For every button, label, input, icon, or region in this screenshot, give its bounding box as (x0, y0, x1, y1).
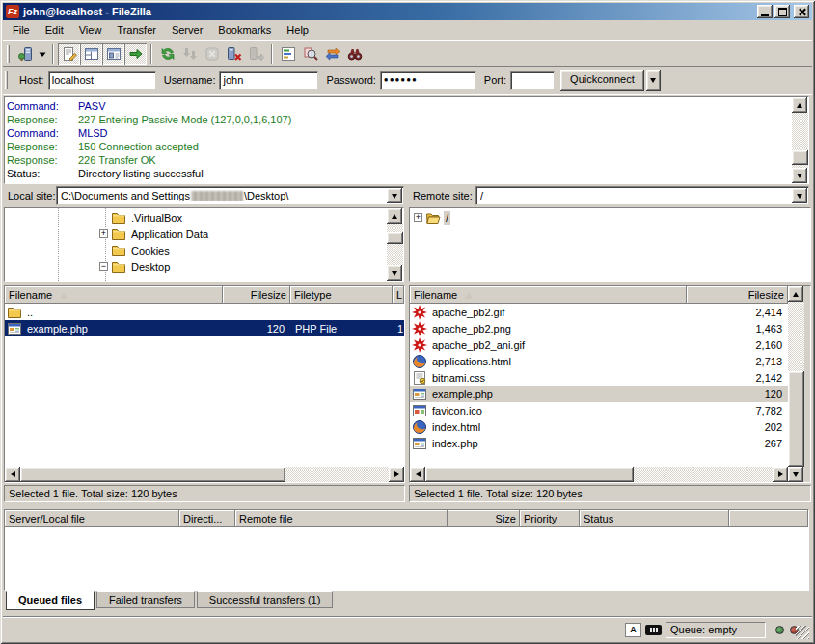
scroll-up-button[interactable] (792, 97, 807, 113)
local-site-dropdown-button[interactable] (387, 188, 402, 203)
directory-comparison-button[interactable] (299, 43, 321, 65)
scroll-left-button[interactable] (5, 467, 20, 482)
scrollbar-track[interactable] (788, 302, 804, 467)
disconnect-button[interactable] (223, 43, 245, 65)
menu-item[interactable]: Bookmarks (210, 21, 279, 39)
scroll-up-button[interactable] (788, 286, 803, 302)
local-site-path[interactable]: C:\Documents and Settings\Desktop\ (61, 190, 384, 201)
column-header[interactable]: Filename (5, 286, 223, 304)
scroll-down-button[interactable] (792, 168, 807, 183)
column-header[interactable]: L (393, 286, 404, 304)
host-input[interactable]: localhost (48, 71, 156, 90)
scrollbar-thumb[interactable] (20, 467, 285, 482)
queue-tab[interactable]: Successful transfers (1) (197, 591, 334, 608)
..[interactable]: .. (5, 304, 404, 320)
synchronized-browsing-button[interactable] (321, 43, 343, 65)
column-header[interactable]: Filesize (223, 286, 290, 304)
queue-column-header[interactable] (729, 510, 808, 527)
password-input[interactable]: ●●●●●● (380, 71, 476, 90)
local-list-hscrollbar[interactable] (5, 467, 404, 482)
scrollbar-track[interactable] (387, 224, 403, 265)
quickconnect-gripper[interactable] (5, 71, 8, 89)
toolbar-gripper[interactable] (7, 45, 10, 63)
toggle-message-log-button[interactable] (58, 43, 80, 65)
username-input[interactable]: john (219, 71, 318, 90)
menu-item[interactable]: View (71, 21, 110, 39)
scroll-right-button[interactable] (773, 467, 788, 482)
scrollbar-thumb[interactable] (792, 150, 808, 165)
remote-site-combobox[interactable]: / (475, 186, 809, 205)
refresh-button[interactable] (156, 43, 178, 65)
index.php[interactable]: index.php267 (410, 435, 788, 451)
index.html[interactable]: index.html202 (410, 418, 788, 435)
scrollbar-thumb[interactable] (387, 232, 403, 244)
find-files-button[interactable] (343, 43, 366, 65)
apache_pb2.png[interactable]: apache_pb2.png1,463 (410, 320, 788, 336)
menu-item[interactable]: Server (164, 21, 210, 39)
port-input[interactable] (510, 71, 555, 90)
queue-column-header[interactable]: Size (448, 510, 520, 527)
log-scrollbar[interactable] (792, 97, 808, 183)
favicon.ico[interactable]: favicon.ico7,782 (410, 402, 788, 418)
menu-item[interactable]: Transfer (109, 21, 164, 39)
filter-button[interactable] (277, 43, 299, 65)
scrollbar-thumb[interactable] (788, 371, 804, 467)
title-bar[interactable]: Fz john@localhost - FileZilla (3, 3, 812, 20)
tree-expander[interactable]: + (414, 213, 422, 222)
site-manager-button[interactable] (14, 43, 36, 65)
queue-tab[interactable]: Failed transfers (96, 591, 195, 608)
scroll-down-button[interactable] (387, 265, 402, 281)
maximize-button[interactable] (774, 5, 790, 18)
scroll-right-button[interactable] (389, 467, 404, 482)
scrollbar-thumb[interactable] (425, 467, 634, 482)
toggle-local-tree-button[interactable] (80, 43, 102, 65)
reconnect-button[interactable] (245, 43, 267, 65)
site-manager-dropdown-button[interactable] (36, 43, 48, 65)
example.php[interactable]: example.php120PHP File1 (5, 320, 404, 336)
remote-site-path[interactable]: / (480, 190, 789, 201)
tree-item[interactable]: +Application Data (5, 226, 387, 242)
scroll-up-button[interactable] (387, 208, 402, 224)
queue-tab[interactable]: Queued files (6, 591, 95, 610)
column-header[interactable]: Filesize (687, 286, 788, 304)
menu-item[interactable]: Help (279, 21, 316, 39)
quickconnect-dropdown-button[interactable] (646, 70, 661, 91)
remote-list-scrollbar[interactable] (788, 286, 804, 482)
close-button[interactable] (794, 5, 809, 18)
menu-item[interactable]: Edit (38, 21, 71, 39)
toggle-remote-tree-button[interactable] (102, 43, 124, 65)
tree-expander[interactable]: + (99, 229, 108, 238)
queue-column-header[interactable]: Server/Local file (5, 510, 179, 527)
scrollbar-track[interactable] (425, 467, 773, 482)
toggle-transfer-queue-button[interactable] (124, 43, 147, 65)
menu-item[interactable]: File (5, 21, 38, 39)
scrollbar-track[interactable] (20, 467, 389, 482)
quickconnect-button[interactable]: Quickconnect (560, 70, 644, 91)
tree-item[interactable]: Cookies (5, 242, 387, 258)
applications.html[interactable]: applications.html2,713 (410, 353, 788, 369)
bitnami.css[interactable]: bitnami.css2,142 (410, 369, 788, 386)
queue-column-header[interactable]: Directi... (179, 510, 235, 527)
cancel-operation-button[interactable] (201, 43, 223, 65)
scroll-left-button[interactable] (410, 467, 425, 482)
column-header[interactable]: Filetype (290, 286, 393, 304)
local-site-combobox[interactable]: C:\Documents and Settings\Desktop\ (56, 186, 404, 205)
column-header[interactable]: Filename (410, 286, 687, 304)
remote-site-dropdown-button[interactable] (792, 188, 807, 203)
process-queue-button[interactable] (178, 43, 201, 65)
apache_pb2_ani.gif[interactable]: apache_pb2_ani.gif2,160 (410, 336, 788, 353)
queue-column-header[interactable]: Remote file (235, 510, 448, 527)
scrollbar-track[interactable] (792, 113, 808, 168)
minimize-button[interactable] (757, 5, 773, 18)
tree-expander[interactable]: − (99, 262, 108, 271)
tree-item[interactable]: +/ (410, 209, 810, 226)
resize-grip[interactable] (796, 626, 809, 639)
local-tree-scrollbar[interactable] (387, 208, 403, 281)
scroll-down-button[interactable] (788, 467, 803, 482)
apache_pb2.gif[interactable]: apache_pb2.gif2,414 (410, 304, 788, 320)
tree-item[interactable]: −Desktop (5, 258, 387, 275)
remote-list-hscrollbar[interactable] (410, 467, 788, 482)
example.php[interactable]: example.php120 (410, 386, 788, 402)
tree-item[interactable]: .VirtualBox (5, 209, 387, 226)
queue-column-header[interactable]: Status (580, 510, 729, 527)
